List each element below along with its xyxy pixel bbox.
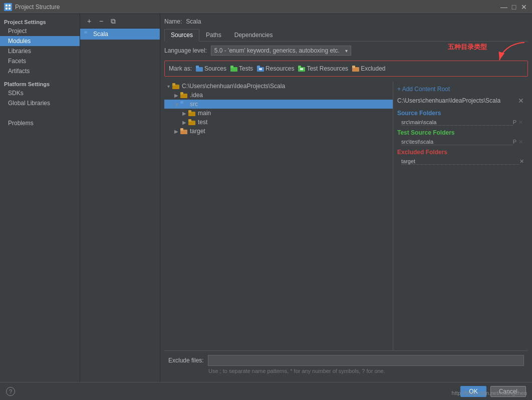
mark-as-tests[interactable]: Tests [230, 65, 253, 72]
sidebar-item-modules[interactable]: Modules [0, 36, 80, 46]
language-level-select[interactable]: 5.0 - 'enum' keyword, generics, autoboxi… [211, 46, 351, 56]
expand-arrow-icon: ▶ [173, 93, 179, 98]
name-label: Name: [164, 18, 182, 25]
tree-node-src[interactable]: ▾ src [164, 100, 393, 109]
name-value: Scala [186, 18, 201, 25]
svg-rect-28 [188, 110, 191, 113]
sidebar-item-project[interactable]: Project [0, 26, 80, 36]
tree-node-idea-label: .idea [190, 92, 203, 99]
mark-as-section: Mark as: Sources Tests Res [164, 61, 528, 77]
mark-as-sources[interactable]: Sources [196, 65, 226, 72]
exclude-files-input[interactable] [208, 355, 524, 366]
sidebar-item-artifacts[interactable]: Artifacts [0, 66, 80, 76]
expand-arrow-icon: ▶ [181, 120, 187, 125]
source-folders-title: Source Folders [397, 110, 524, 117]
tab-sources[interactable]: Sources [164, 29, 199, 42]
mark-tests-label: Tests [239, 65, 253, 72]
mark-test-resources-label: Test Resources [307, 65, 348, 72]
mark-resources-label: Resources [265, 65, 294, 72]
tree-node-main[interactable]: ▶ main [164, 109, 393, 118]
add-module-button[interactable]: + [84, 16, 94, 26]
title-bar: Project Structure — □ ✕ [0, 0, 532, 14]
svg-rect-22 [172, 83, 175, 86]
excluded-folders-title: Excluded Folders [397, 149, 524, 156]
svg-rect-26 [180, 101, 183, 104]
add-content-root-button[interactable]: + Add Content Root [397, 86, 524, 93]
right-panel: + Add Content Root C:\Users\chenhuan\Ide… [393, 82, 528, 350]
mark-as-label: Mark as: [169, 65, 192, 72]
mark-as-excluded[interactable]: Excluded [352, 65, 385, 72]
editor-tabs: Sources Paths Dependencies [164, 29, 528, 42]
tree-node-target-label: target [190, 128, 205, 135]
app-icon [4, 3, 12, 11]
language-level-label: Language level: [164, 47, 207, 54]
expand-arrow-icon: ▶ [173, 129, 179, 134]
excluded-folder-entry: target ✕ [397, 158, 524, 165]
svg-rect-24 [180, 92, 183, 95]
tree-node-root[interactable]: ▾ C:\Users\chenhuan\IdeaProjects\Scala [164, 82, 393, 91]
svg-rect-4 [9, 8, 11, 10]
help-button[interactable]: ? [6, 387, 15, 396]
mark-as-test-resources[interactable]: Test Resources [298, 65, 348, 72]
expand-arrow-icon: ▾ [165, 84, 171, 89]
window-title: Project Structure [15, 4, 500, 11]
expand-arrow-icon: ▶ [181, 111, 187, 116]
svg-rect-20 [352, 66, 355, 68]
module-label: Scala [93, 31, 108, 38]
platform-settings-title: Platform Settings [0, 76, 80, 88]
maximize-button[interactable]: □ [510, 3, 518, 11]
svg-rect-1 [6, 5, 8, 7]
svg-rect-12 [257, 66, 260, 68]
content-root-close-button[interactable]: ✕ [518, 97, 524, 105]
module-folder-icon [84, 31, 91, 37]
tab-dependencies[interactable]: Dependencies [228, 29, 280, 41]
remove-module-button[interactable]: − [96, 16, 106, 26]
sidebar-item-sdks[interactable]: SDKs [0, 88, 80, 98]
dropdown-arrow-icon: ▾ [345, 48, 348, 54]
close-button[interactable]: ✕ [520, 3, 528, 11]
source-folder-action-p[interactable]: P [513, 119, 516, 126]
test-folder-action-p[interactable]: P [513, 139, 516, 145]
test-folder-path: src\test\scala [401, 139, 513, 145]
svg-rect-30 [188, 119, 191, 122]
exclude-files-label: Exclude files: [168, 357, 204, 364]
exclude-files-hint: Use ; to separate name patterns, * for a… [168, 368, 524, 374]
excluded-folder-path: target [401, 158, 519, 165]
copy-module-button[interactable]: ⧉ [108, 16, 118, 26]
tree-node-src-label: src [190, 101, 198, 108]
sidebar: Project Settings Project Modules Librari… [0, 14, 80, 382]
svg-rect-6 [84, 31, 87, 34]
source-folder-path: src\main\scala [401, 119, 513, 126]
minimize-button[interactable]: — [500, 3, 508, 11]
content-root-path-row: C:\Users\chenhuan\IdeaProjects\Scala ✕ [397, 97, 524, 105]
tree-node-test[interactable]: ▶ test [164, 118, 393, 127]
content-root-path-text: C:\Users\chenhuan\IdeaProjects\Scala [397, 97, 500, 104]
language-level-row: Language level: 5.0 - 'enum' keyword, ge… [164, 46, 528, 56]
sidebar-item-facets[interactable]: Facets [0, 56, 80, 66]
svg-rect-16 [298, 66, 301, 68]
project-settings-title: Project Settings [0, 16, 80, 26]
test-folder-entry: src\test\scala P ✕ [397, 138, 524, 146]
mark-as-resources[interactable]: Resources [257, 65, 294, 72]
file-tree: ▾ C:\Users\chenhuan\IdeaProjects\Scala ▶… [164, 82, 393, 350]
tree-and-panel: ▾ C:\Users\chenhuan\IdeaProjects\Scala ▶… [164, 82, 528, 350]
svg-rect-2 [9, 5, 11, 7]
excluded-folder-close[interactable]: ✕ [519, 158, 524, 165]
tab-paths[interactable]: Paths [199, 29, 228, 41]
tree-node-test-label: test [198, 119, 207, 126]
sidebar-item-global-libraries[interactable]: Global Libraries [0, 98, 80, 108]
tree-node-idea[interactable]: ▶ .idea [164, 91, 393, 100]
sidebar-item-libraries[interactable]: Libraries [0, 46, 80, 56]
sidebar-item-problems[interactable]: Problems [0, 118, 80, 128]
module-item-scala[interactable]: Scala [80, 29, 160, 40]
tree-node-root-label: C:\Users\chenhuan\IdeaProjects\Scala [182, 83, 285, 90]
tree-node-main-label: main [198, 110, 211, 117]
test-source-folders-title: Test Source Folders [397, 129, 524, 136]
module-list: Scala [80, 29, 160, 40]
expand-arrow-icon: ▾ [173, 102, 179, 107]
exclude-files-section: Exclude files: Use ; to separate name pa… [164, 350, 528, 378]
svg-rect-10 [230, 66, 233, 68]
mark-excluded-label: Excluded [361, 65, 385, 72]
module-toolbar: + − ⧉ [80, 14, 160, 29]
tree-node-target[interactable]: ▶ target [164, 127, 393, 136]
